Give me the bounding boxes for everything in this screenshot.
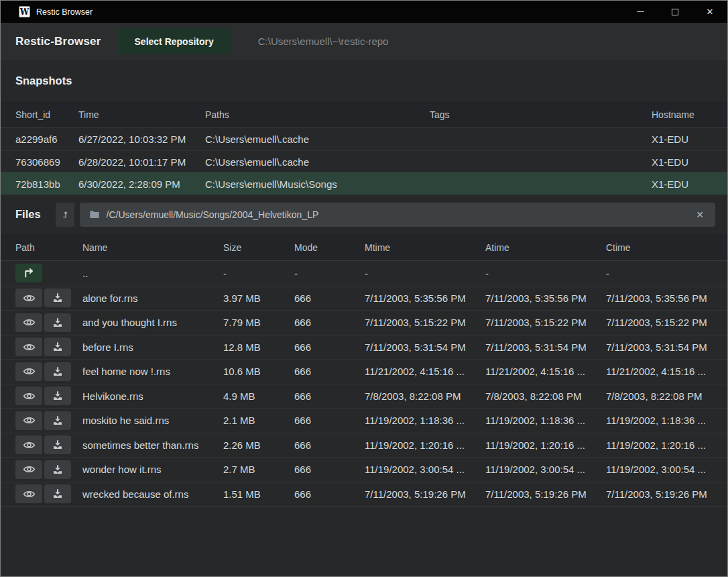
download-icon [52,341,64,353]
file-name: wrecked because of.rns [82,488,223,500]
download-button[interactable] [44,313,71,332]
file-size: 2.7 MB [223,464,294,475]
file-mode: 666 [294,390,365,402]
preview-button[interactable] [15,337,42,356]
file-row[interactable]: moskito he said.rns 2.1 MB 666 11/19/200… [1,408,727,433]
maximize-button[interactable] [658,1,692,23]
file-size: 3.97 MB [223,293,294,304]
file-row[interactable]: alone for.rns 3.97 MB 666 7/11/2003, 5:3… [1,286,727,311]
snapshot-time: 6/28/2022, 10:01:17 PM [78,156,205,168]
snapshots-table-header: Short_id Time Paths Tags Hostname [1,101,727,128]
preview-button[interactable] [15,435,42,454]
file-size: 2.26 MB [223,439,294,451]
download-icon [52,439,64,451]
file-mtime: 7/11/2003, 5:31:54 PM [365,342,485,353]
file-mtime: 11/19/2002, 3:00:54 ... [365,464,485,475]
file-atime: 7/11/2003, 5:19:26 PM [485,488,606,500]
file-ctime: 11/19/2002, 1:20:16 ... [606,439,715,451]
file-actions [15,386,82,405]
file-ctime: 11/19/2002, 1:18:36 ... [606,415,715,426]
snapshot-hostname: X1-EDU [652,156,715,168]
file-mtime: 11/21/2002, 4:15:16 ... [365,366,485,377]
download-button[interactable] [44,337,71,356]
file-actions [15,411,82,430]
download-button[interactable] [44,484,71,503]
file-size: 2.1 MB [223,415,294,426]
file-mtime: 7/11/2003, 5:35:56 PM [365,293,485,304]
column-header-mode: Mode [294,242,365,253]
download-icon [52,317,64,329]
preview-button[interactable] [15,386,42,405]
files-table-header: Path Name Size Mode Mtime Atime Ctime [1,234,727,261]
file-size: 7.79 MB [223,317,294,328]
file-ctime: 11/19/2002, 3:00:54 ... [606,464,715,475]
file-atime: 7/8/2003, 8:22:08 PM [485,390,606,402]
preview-button[interactable] [15,288,42,307]
eye-icon [23,463,36,476]
file-size: 4.9 MB [223,390,294,402]
file-mode: 666 [294,366,365,377]
minimize-button[interactable] [623,1,658,23]
file-atime: 11/19/2002, 1:18:36 ... [485,415,606,426]
file-mtime: 7/11/2003, 5:15:22 PM [365,317,485,328]
file-row[interactable]: feel home now !.rns 10.6 MB 666 11/21/20… [1,359,727,384]
folder-icon [88,209,101,221]
snapshots-table: a2299af6 6/27/2022, 10:03:32 PM C:\Users… [1,128,727,195]
minimize-icon [637,11,644,12]
up-level-button[interactable] [56,203,74,227]
download-button[interactable] [44,288,71,307]
eye-icon [23,365,36,378]
snapshot-paths: C:\Users\emuell\.cache [205,156,430,168]
column-header-atime: Atime [485,242,606,253]
snapshot-row-selected[interactable]: 72b813bb 6/30/2022, 2:28:09 PM C:\Users\… [1,172,727,195]
preview-button[interactable] [15,362,42,381]
file-mtime: 11/19/2002, 1:20:16 ... [365,439,485,451]
clear-path-icon[interactable]: ✕ [693,208,707,221]
file-mode: 666 [294,439,365,451]
file-name: feel home now !.rns [82,366,223,377]
download-icon [52,488,64,500]
file-actions [15,435,82,454]
parent-directory-row[interactable]: .. - - - - - [1,261,727,286]
close-icon: ✕ [707,7,714,16]
file-actions [15,288,82,307]
file-row[interactable]: Helvikone.rns 4.9 MB 666 7/8/2003, 8:22:… [1,384,727,409]
snapshot-row[interactable]: a2299af6 6/27/2022, 10:03:32 PM C:\Users… [1,128,727,150]
file-name: Helvikone.rns [82,390,223,402]
path-input[interactable] [107,209,688,220]
preview-button[interactable] [15,411,42,430]
download-button[interactable] [44,362,71,381]
file-mode: 666 [294,415,365,426]
download-button[interactable] [44,460,71,479]
preview-button[interactable] [15,484,42,503]
preview-button[interactable] [15,460,42,479]
file-atime: 7/11/2003, 5:35:56 PM [485,293,606,304]
select-repository-button[interactable]: Select Repository [117,28,231,54]
file-mode: 666 [294,464,365,475]
file-row[interactable]: and you thought I.rns 7.79 MB 666 7/11/2… [1,310,727,335]
file-row[interactable]: wonder how it.rns 2.7 MB 666 11/19/2002,… [1,457,727,482]
path-input-wrapper: ✕ [80,203,715,227]
files-table: .. - - - - - alone for.rns 3.97 MB 666 7… [1,261,727,507]
window-controls: ✕ [623,1,727,23]
titlebar[interactable]: W Restic Browser ✕ [1,1,727,23]
download-icon [52,366,64,378]
files-heading: Files [15,208,41,221]
file-row[interactable]: wrecked because of.rns 1.51 MB 666 7/11/… [1,482,727,507]
snapshot-time: 6/30/2022, 2:28:09 PM [78,178,205,190]
download-button[interactable] [44,411,71,430]
snapshots-section-header: Snapshots [1,60,727,101]
file-size: 12.8 MB [223,342,294,353]
file-actions [15,460,82,479]
snapshot-short-id: a2299af6 [15,134,78,145]
file-row[interactable]: sometimes better than.rns 2.26 MB 666 11… [1,433,727,458]
go-parent-button[interactable] [15,264,42,282]
download-button[interactable] [44,435,71,454]
snapshots-heading: Snapshots [15,74,72,87]
download-button[interactable] [44,386,71,405]
file-row[interactable]: before I.rns 12.8 MB 666 7/11/2003, 5:31… [1,335,727,360]
file-ctime: 7/8/2003, 8:22:08 PM [606,390,715,402]
close-button[interactable]: ✕ [692,1,727,23]
preview-button[interactable] [15,313,42,332]
snapshot-row[interactable]: 76306869 6/28/2022, 10:01:17 PM C:\Users… [1,150,727,172]
